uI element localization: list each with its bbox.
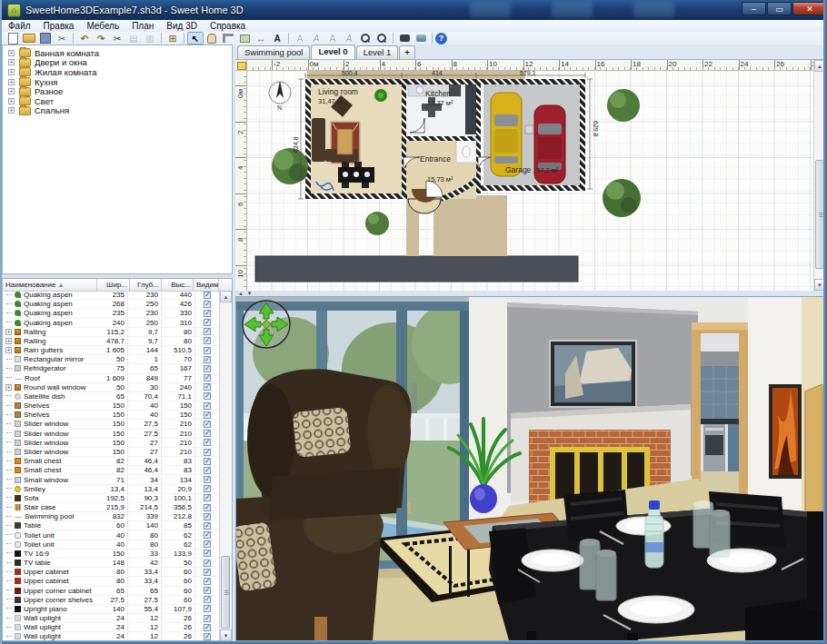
- preferences-icon[interactable]: ✂: [54, 32, 70, 45]
- table-row[interactable]: +Railing115,29,780✓: [3, 328, 219, 337]
- maximize-button[interactable]: ▭: [767, 2, 792, 15]
- sidebar-category-свет[interactable]: +Свет: [3, 96, 232, 106]
- column-header-4[interactable]: Видимо...: [194, 279, 219, 291]
- table-row[interactable]: Upper cabinet8033,460✓: [3, 577, 219, 586]
- visible-checkbox[interactable]: ✓: [204, 374, 211, 381]
- column-header-3[interactable]: Выс...: [162, 279, 194, 291]
- visible-checkbox[interactable]: ✓: [204, 522, 211, 530]
- visible-checkbox[interactable]: ✓: [204, 587, 211, 594]
- save-file-icon[interactable]: [37, 32, 54, 45]
- visible-checkbox[interactable]: ✓: [204, 292, 211, 299]
- table-row[interactable]: —Roof1 60984977✓: [3, 374, 219, 383]
- table-row[interactable]: Slider window15027210✓: [3, 448, 219, 457]
- visible-checkbox[interactable]: ✓: [204, 356, 211, 363]
- expand-icon[interactable]: +: [8, 79, 15, 85]
- menu-план[interactable]: План: [125, 21, 160, 32]
- title-bar[interactable]: ⌂ SweetHome3DExample7.sh3d - Sweet Home …: [2, 0, 827, 20]
- tab-level-0[interactable]: Level 0: [311, 45, 354, 59]
- column-header-2[interactable]: Глуб...: [130, 279, 162, 291]
- table-row[interactable]: +Rain gutters1 605144510,5✓: [3, 346, 219, 355]
- table-row[interactable]: —Swimming pool832339212,8✓: [3, 512, 219, 521]
- create-texts-icon[interactable]: A: [269, 32, 285, 45]
- sidebar-category-двери-и-окна[interactable]: +Двери и окна: [3, 58, 232, 68]
- table-row[interactable]: Slider window15027,5210✓: [3, 430, 219, 439]
- visible-checkbox[interactable]: ✓: [204, 328, 211, 335]
- visible-checkbox[interactable]: ✓: [204, 365, 211, 372]
- table-row[interactable]: Wall uplight241226✓: [3, 632, 219, 641]
- table-scrollbar[interactable]: ▲ ▼: [219, 291, 232, 641]
- table-row[interactable]: Satellite dish6570,471,1✓: [3, 392, 219, 401]
- cut-icon[interactable]: ✂: [109, 32, 125, 45]
- table-row[interactable]: Table6014085✓: [3, 521, 219, 530]
- visible-checkbox[interactable]: ✓: [204, 467, 211, 474]
- column-header-0[interactable]: Наименование▲: [3, 279, 97, 291]
- visible-checkbox[interactable]: ✓: [204, 458, 211, 465]
- pan-icon[interactable]: [204, 32, 220, 45]
- table-row[interactable]: Slider window15027210✓: [3, 439, 219, 448]
- expand-icon[interactable]: +: [5, 347, 12, 353]
- table-row[interactable]: Small chest8246,483✓: [3, 466, 219, 475]
- visible-checkbox[interactable]: ✓: [204, 624, 211, 631]
- expand-icon[interactable]: +: [8, 107, 15, 114]
- furniture-catalog-tree[interactable]: +Ванная комната+Двери и окна+Жилая комна…: [2, 45, 233, 274]
- open-file-icon[interactable]: [21, 32, 37, 45]
- visible-checkbox[interactable]: ✓: [204, 411, 211, 419]
- zoom-out-icon[interactable]: [374, 32, 390, 45]
- table-row[interactable]: Upper corner shelves27,527,560✓: [3, 596, 219, 605]
- visible-checkbox[interactable]: ✓: [204, 550, 211, 557]
- visible-checkbox[interactable]: ✓: [204, 540, 211, 548]
- create-walls-icon[interactable]: [220, 32, 236, 45]
- create-photo-icon[interactable]: [396, 32, 413, 45]
- sidebar-category-ванная-комната[interactable]: +Ванная комната: [3, 48, 232, 58]
- select-icon[interactable]: ↖: [187, 32, 204, 45]
- table-row[interactable]: Stair case215,9214,5356,5✓: [3, 503, 219, 512]
- visible-checkbox[interactable]: ✓: [204, 439, 211, 446]
- table-row[interactable]: Small chest8246,483✓: [3, 457, 219, 466]
- menu-правка[interactable]: Правка: [37, 21, 81, 32]
- visible-checkbox[interactable]: ✓: [204, 513, 211, 520]
- sidebar-category-жилая-комната[interactable]: +Жилая комната: [3, 67, 232, 77]
- undo-icon[interactable]: ↶: [76, 32, 93, 45]
- visible-checkbox[interactable]: ✓: [204, 605, 211, 612]
- visible-checkbox[interactable]: ✓: [204, 402, 211, 410]
- table-row[interactable]: Sofa192,590,3100,1✓: [3, 494, 219, 503]
- table-row[interactable]: Wall uplight241226✓: [3, 623, 219, 632]
- menu-мебель[interactable]: Мебель: [80, 21, 125, 32]
- plan-canvas[interactable]: N 500,4 414 579,1 624,8 629,8 Living roo…: [247, 71, 813, 291]
- visible-checkbox[interactable]: ✓: [204, 310, 211, 317]
- table-row[interactable]: TV table1484250✓: [3, 559, 219, 568]
- minimize-button[interactable]: –: [742, 2, 766, 15]
- sidebar-category-спальня[interactable]: +Спальня: [3, 106, 232, 116]
- table-row[interactable]: Shelves15040150✓: [3, 411, 219, 420]
- expand-icon[interactable]: +: [8, 88, 15, 94]
- tab-swimming-pool[interactable]: Swimming pool: [237, 45, 310, 59]
- visible-checkbox[interactable]: ✓: [204, 504, 211, 511]
- visible-checkbox[interactable]: ✓: [204, 569, 211, 576]
- visible-checkbox[interactable]: ✓: [204, 633, 211, 640]
- visible-checkbox[interactable]: ✓: [204, 596, 211, 603]
- table-row[interactable]: Shelves15040150✓: [3, 401, 219, 411]
- 3d-view[interactable]: [235, 296, 825, 641]
- expand-icon[interactable]: +: [8, 59, 15, 65]
- table-row[interactable]: Toilet unit408062✓: [3, 540, 219, 550]
- visible-checkbox[interactable]: ✓: [204, 449, 211, 456]
- scroll-down-icon[interactable]: ▼: [220, 629, 232, 641]
- expand-icon[interactable]: +: [8, 98, 15, 104]
- visible-checkbox[interactable]: ✓: [204, 476, 211, 483]
- table-row[interactable]: Toilet unit408062✓: [3, 530, 219, 540]
- create-dimensions-icon[interactable]: ↔: [253, 32, 269, 45]
- expand-icon[interactable]: +: [8, 69, 15, 75]
- menu-файл[interactable]: Файл: [2, 21, 37, 32]
- table-row[interactable]: Wall uplight241226✓: [3, 614, 219, 623]
- visible-checkbox[interactable]: ✓: [204, 337, 211, 344]
- table-row[interactable]: Upper cabinet8033,460✓: [3, 568, 219, 577]
- menu-справка[interactable]: Справка: [204, 21, 252, 32]
- visible-checkbox[interactable]: ✓: [204, 531, 211, 539]
- add-level-tab-button[interactable]: +: [399, 45, 415, 59]
- table-row[interactable]: Smiley13,413,420,9✓: [3, 485, 219, 494]
- sidebar-category-кухня[interactable]: +Кухня: [3, 77, 232, 87]
- scroll-up-icon[interactable]: ▲: [220, 291, 232, 302]
- visible-checkbox[interactable]: ✓: [204, 392, 211, 400]
- table-row[interactable]: Small window7134134✓: [3, 475, 219, 484]
- table-row[interactable]: +Railing478,79,780✓: [3, 337, 219, 346]
